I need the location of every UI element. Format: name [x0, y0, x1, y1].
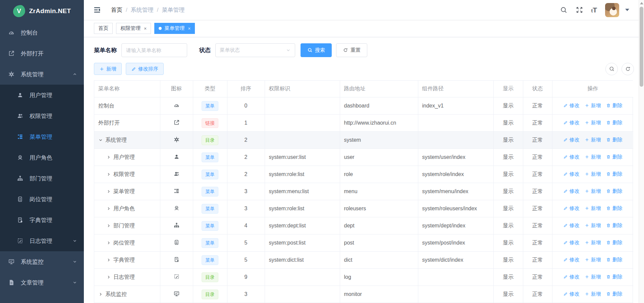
table-refresh-button[interactable]	[622, 63, 634, 75]
row-action-add[interactable]: 新增	[585, 222, 601, 229]
sidebar-item-label: 岗位管理	[30, 196, 77, 203]
row-action-edit[interactable]: 修改	[563, 188, 580, 194]
sidebar-item-2[interactable]: 系统管理	[0, 64, 84, 85]
row-action-delete[interactable]: 删除	[606, 120, 623, 126]
expand-chevron-right-icon[interactable]	[106, 155, 111, 160]
sidebar-item-4[interactable]: 权限管理	[0, 105, 84, 126]
row-action-delete[interactable]: 删除	[606, 274, 623, 280]
row-action-edit[interactable]: 修改	[563, 222, 580, 229]
menu-name-input[interactable]	[121, 43, 187, 57]
sidebar-item-6[interactable]: 用户角色	[0, 147, 84, 168]
table-search-button[interactable]	[605, 63, 618, 75]
route-value: role	[340, 166, 418, 183]
row-action-edit[interactable]: 修改	[563, 171, 580, 177]
expand-chevron-down-icon[interactable]	[98, 138, 103, 142]
sidebar-item-12[interactable]: 文章管理	[0, 272, 84, 293]
permission-value	[265, 115, 340, 132]
column-header: 操作	[552, 81, 633, 97]
row-action-delete[interactable]: 删除	[606, 188, 623, 194]
scrollbar-thumb[interactable]	[640, 7, 643, 87]
row-action-delete[interactable]: 删除	[606, 240, 623, 246]
row-action-edit[interactable]: 修改	[563, 274, 580, 280]
search-icon	[307, 47, 313, 53]
row-action-delete[interactable]: 删除	[606, 154, 623, 160]
close-icon[interactable]: ×	[144, 26, 147, 31]
expand-chevron-right-icon[interactable]	[106, 241, 111, 245]
row-action-edit[interactable]: 修改	[563, 102, 580, 109]
row-action-add[interactable]: 新增	[585, 240, 601, 246]
avatar[interactable]	[605, 3, 619, 17]
search-icon[interactable]	[560, 6, 568, 14]
edit-sort-button[interactable]: 修改排序	[126, 63, 164, 75]
row-action-add[interactable]: 新增	[585, 171, 601, 177]
row-action-delete[interactable]: 删除	[606, 137, 623, 143]
edit-icon	[563, 257, 568, 262]
sidebar-item-11[interactable]: 系统监控	[0, 251, 84, 272]
tab-1[interactable]: 权限管理×	[116, 23, 151, 34]
row-action-delete[interactable]: 删除	[606, 171, 623, 177]
row-action-edit[interactable]: 修改	[563, 154, 580, 160]
row-action-edit[interactable]: 修改	[563, 137, 580, 143]
expand-chevron-right-icon[interactable]	[98, 292, 103, 297]
column-header: 排序	[227, 81, 265, 97]
sidebar-item-7[interactable]: 部门管理	[0, 168, 84, 189]
row-action-edit[interactable]: 修改	[563, 291, 580, 297]
sidebar-item-1[interactable]: 外部打开	[0, 43, 84, 64]
tab-label: 首页	[98, 25, 108, 32]
gear-icon	[173, 136, 180, 143]
chevron-down-icon[interactable]	[625, 9, 629, 11]
expand-chevron-right-icon[interactable]	[106, 258, 111, 262]
sidebar-item-10[interactable]: 日志管理	[0, 230, 84, 251]
sidebar-item-3[interactable]: 用户管理	[0, 85, 84, 105]
row-action-edit[interactable]: 修改	[563, 240, 580, 246]
row-action-delete[interactable]: 删除	[606, 222, 623, 229]
delete-icon	[606, 172, 611, 176]
font-size-icon[interactable]: tT	[591, 6, 597, 14]
menu-status-select[interactable]: 菜单状态	[215, 43, 295, 57]
row-action-add[interactable]: 新增	[585, 137, 601, 143]
page-scrollbar[interactable]	[639, 0, 644, 303]
expand-chevron-right-icon[interactable]	[106, 172, 111, 177]
row-action-delete[interactable]: 删除	[606, 257, 623, 263]
row-action-delete[interactable]: 删除	[606, 291, 623, 297]
sidebar-item-8[interactable]: 岗位管理	[0, 189, 84, 210]
expand-chevron-right-icon[interactable]	[106, 223, 111, 228]
row-action-add[interactable]: 新增	[585, 274, 601, 280]
breadcrumb-separator: /	[126, 7, 127, 13]
row-action-edit[interactable]: 修改	[563, 257, 580, 263]
sidebar-item-9[interactable]: 字典管理	[0, 210, 84, 230]
status-value: 正常	[523, 252, 552, 269]
tab-0[interactable]: 首页	[94, 23, 113, 34]
reset-button[interactable]: 重置	[336, 43, 367, 57]
expand-chevron-right-icon[interactable]	[106, 189, 111, 194]
row-action-add[interactable]: 新增	[585, 205, 601, 212]
user-icon	[173, 154, 180, 160]
type-tag: 菜单	[202, 255, 218, 265]
row-action-add[interactable]: 新增	[585, 154, 601, 160]
sidebar-item-0[interactable]: 控制台	[0, 22, 84, 43]
expand-chevron-right-icon[interactable]	[106, 206, 111, 211]
row-action-add[interactable]: 新增	[585, 102, 601, 109]
close-icon[interactable]: ×	[188, 26, 191, 31]
row-action-edit[interactable]: 修改	[563, 120, 580, 126]
row-action-add[interactable]: 新增	[585, 188, 601, 194]
row-action-delete[interactable]: 删除	[606, 205, 623, 212]
breadcrumb-item[interactable]: 首页	[111, 6, 122, 14]
row-action-add[interactable]: 新增	[585, 257, 601, 263]
row-action-add[interactable]: 新增	[585, 291, 601, 297]
tab-2[interactable]: 菜单管理×	[154, 23, 195, 34]
sidebar-item-5[interactable]: 菜单管理	[0, 126, 84, 147]
search-button[interactable]: 搜索	[301, 43, 332, 57]
row-action-delete[interactable]: 删除	[606, 102, 623, 109]
permission-value: system:post:list	[265, 234, 340, 252]
add-button[interactable]: 新增	[94, 63, 122, 75]
expand-chevron-right-icon[interactable]	[106, 275, 111, 279]
route-value: user	[340, 149, 418, 166]
menu-name: 菜单管理	[113, 188, 135, 195]
sidebar-collapse-icon[interactable]	[93, 6, 101, 14]
fullscreen-icon[interactable]	[576, 6, 583, 14]
row-action-edit[interactable]: 修改	[563, 205, 580, 212]
scroll-up-arrow-icon[interactable]	[640, 2, 643, 4]
delete-icon	[606, 155, 611, 159]
row-action-add[interactable]: 新增	[585, 120, 601, 126]
